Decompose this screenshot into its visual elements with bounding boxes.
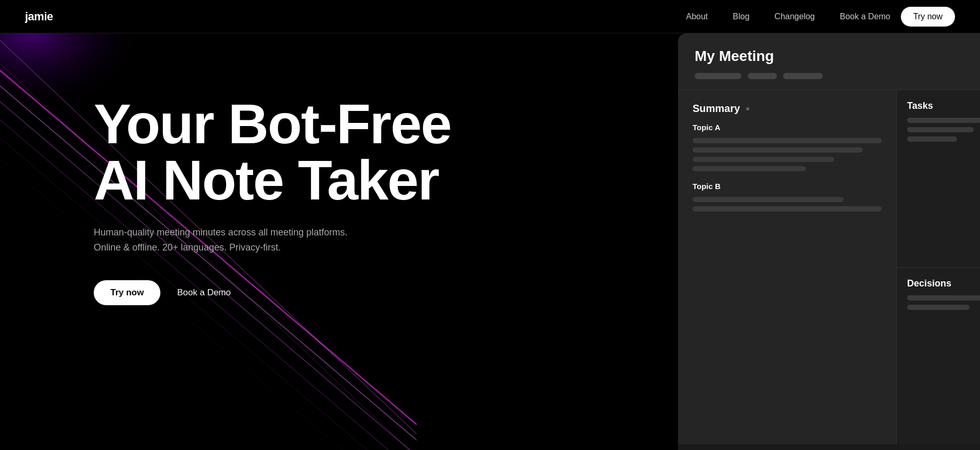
hero-title: Your Bot-Free AI Note Taker [94, 96, 469, 208]
placeholder-line [693, 206, 882, 211]
meeting-tag-1 [695, 73, 742, 79]
topic-a-label: Topic A [693, 123, 882, 132]
nav-link-blog[interactable]: Blog [733, 12, 749, 21]
logo[interactable]: jamie [25, 10, 53, 23]
app-preview-panel: My Meeting Summary Topic A [678, 33, 980, 450]
meeting-tag-3 [783, 73, 823, 79]
nav-link-changelog[interactable]: Changelog [774, 12, 814, 21]
topic-b-label: Topic B [693, 182, 882, 191]
hero-section: Your Bot-Free AI Note Taker Human-qualit… [0, 0, 980, 450]
placeholder-line [693, 197, 844, 202]
placeholder-line [907, 118, 980, 123]
placeholder-line [693, 166, 806, 171]
placeholder-line [907, 136, 957, 142]
nav-try-now-button[interactable]: Try now [901, 7, 955, 27]
nav-actions: Book a Demo Try now [840, 7, 955, 27]
tasks-panel-title: Tasks [907, 101, 980, 111]
hero-try-now-button[interactable]: Try now [94, 280, 160, 305]
hero-content: Your Bot-Free AI Note Taker Human-qualit… [0, 33, 469, 305]
meeting-tag-2 [748, 73, 777, 79]
placeholder-line [693, 147, 863, 153]
placeholder-line [907, 305, 970, 310]
summary-dot [746, 107, 749, 110]
summary-panel: Summary Topic A Topic B [678, 90, 897, 444]
decisions-panel: Decisions [897, 268, 980, 445]
hero-buttons: Try now Book a Demo [94, 280, 469, 305]
nav-book-demo-button[interactable]: Book a Demo [840, 12, 890, 21]
hero-title-line2: AI Note Taker [94, 148, 438, 211]
right-panels: Tasks Decisions [897, 90, 980, 444]
meeting-tags [695, 73, 980, 79]
navbar: jamie About Blog Changelog Book a Demo T… [0, 0, 980, 33]
nav-links: About Blog Changelog [686, 12, 815, 21]
placeholder-line [907, 295, 980, 301]
tasks-panel: Tasks [897, 90, 980, 268]
placeholder-line [907, 127, 974, 132]
placeholder-line [693, 157, 834, 162]
meeting-title: My Meeting [695, 48, 980, 65]
hero-title-line1: Your Bot-Free [94, 92, 451, 155]
meeting-header: My Meeting [678, 33, 980, 90]
placeholder-line [693, 138, 882, 143]
decisions-panel-title: Decisions [907, 278, 980, 289]
summary-panel-title: Summary [693, 103, 882, 115]
panels-row: Summary Topic A Topic B Tasks [678, 90, 980, 444]
hero-subtitle: Human-quality meeting minutes across all… [94, 225, 365, 255]
topic-b-section: Topic B [693, 182, 882, 211]
hero-book-demo-button[interactable]: Book a Demo [177, 288, 231, 298]
nav-link-about[interactable]: About [686, 12, 708, 21]
